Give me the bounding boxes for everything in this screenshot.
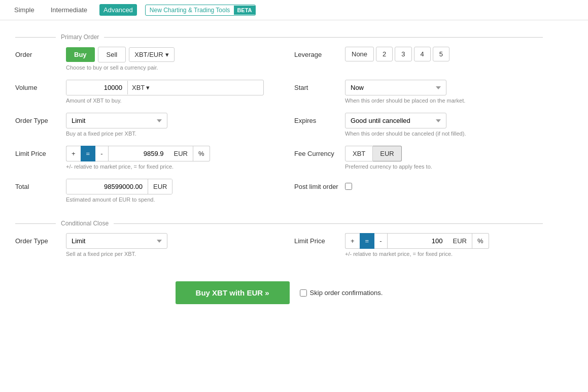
cc-limit-price-label: Limit Price [294, 233, 345, 245]
post-limit-label: Post limit order [294, 179, 345, 190]
order-type-hint: Buy at a fixed price per XBT. [66, 130, 264, 137]
limit-price-input[interactable] [108, 146, 169, 161]
new-tools-button[interactable]: New Charting & Trading Tools BETA [145, 5, 256, 16]
order-hint: Choose to buy or sell a currency pair. [66, 64, 264, 71]
order-type-row: Order Type Limit Market Stop Loss Take P… [15, 113, 264, 137]
cc-limit-price-row: Limit Price + = - EUR % +/- relative to … [294, 233, 543, 257]
post-limit-checkbox-group [345, 179, 543, 190]
leverage-label: Leverage [294, 47, 345, 58]
simple-tab[interactable]: Simple [10, 4, 39, 16]
skip-confirm-checkbox[interactable] [300, 289, 307, 297]
cc-order-type-hint: Sell at a fixed price per XBT. [66, 251, 264, 257]
submit-area: Buy XBT with EUR » Skip order confirmati… [15, 281, 543, 304]
total-input-group: EUR [66, 179, 172, 194]
fee-currency-group: XBT EUR [345, 146, 543, 161]
volume-input-group: XBT ▾ [66, 80, 264, 95]
limit-price-hint: +/- relative to market price, = for fixe… [66, 164, 264, 170]
cc-limit-price-controls-group: + = - EUR % +/- relative to market price… [345, 233, 543, 257]
currency-pair-value: XBT/EUR [134, 51, 163, 58]
limit-price-controls-group: + = - EUR % +/- relative to market price… [66, 146, 264, 170]
limit-price-group: + = - EUR % [66, 146, 264, 161]
submit-button[interactable]: Buy XBT with EUR » [176, 281, 290, 304]
cc-limit-price-percent-button[interactable]: % [472, 233, 489, 249]
start-controls-group: Now Scheduled When this order should be … [345, 80, 543, 104]
total-hint: Estimated amount of EUR to spend. [66, 197, 264, 203]
beta-badge: BETA [234, 6, 255, 15]
order-controls: Buy Sell XBT/EUR ▾ [66, 47, 264, 62]
fee-eur-button[interactable]: EUR [373, 146, 401, 161]
leverage-row: Leverage None 2 3 4 5 [294, 47, 543, 71]
cc-limit-price-input[interactable] [387, 233, 448, 249]
conditional-close-title: Conditional Close [56, 220, 114, 227]
expires-controls-group: Good until cancelled Good until date Whe… [345, 113, 543, 137]
fee-xbt-button[interactable]: XBT [345, 146, 373, 161]
post-limit-checkbox[interactable] [345, 183, 352, 190]
volume-unit-value: XBT [132, 84, 145, 91]
total-input[interactable] [66, 179, 148, 194]
expires-select[interactable]: Good until cancelled Good until date [345, 113, 446, 128]
primary-order-divider: Primary Order [15, 34, 543, 41]
new-tools-label: New Charting & Trading Tools [146, 5, 234, 15]
fee-currency-label: Fee Currency [294, 146, 345, 157]
sell-button[interactable]: Sell [98, 47, 126, 62]
cc-order-type-label: Order Type [15, 233, 66, 245]
buy-button[interactable]: Buy [66, 47, 95, 62]
limit-price-label: Limit Price [15, 146, 66, 157]
expires-hint: When this order should be canceled (if n… [345, 130, 543, 137]
total-currency: EUR [148, 179, 172, 194]
leverage-3-button[interactable]: 3 [395, 47, 411, 61]
skip-confirm-group: Skip order confirmations. [300, 289, 383, 297]
start-label: Start [294, 80, 345, 91]
cc-order-type-select[interactable]: Limit Market [66, 233, 167, 249]
cc-limit-price-currency: EUR [448, 233, 472, 249]
volume-label: Volume [15, 80, 66, 91]
post-limit-controls-group [345, 179, 543, 190]
start-hint: When this order should be placed on the … [345, 97, 543, 104]
leverage-5-button[interactable]: 5 [433, 47, 449, 61]
cc-limit-price-hint: +/- relative to market price, = for fixe… [345, 251, 543, 257]
expires-row: Expires Good until cancelled Good until … [294, 113, 543, 137]
volume-unit-chevron: ▾ [146, 84, 150, 91]
limit-price-minus-button[interactable]: - [95, 146, 108, 161]
volume-controls-group: XBT ▾ Amount of XBT to buy. [66, 80, 264, 104]
volume-unit-dropdown[interactable]: XBT ▾ [127, 81, 154, 94]
cc-order-type-controls-group: Limit Market Sell at a fixed price per X… [66, 233, 264, 257]
limit-price-plus-button[interactable]: + [66, 146, 81, 161]
intermediate-tab[interactable]: Intermediate [47, 4, 91, 16]
order-controls-group: Buy Sell XBT/EUR ▾ Choose to buy or sell… [66, 47, 264, 71]
limit-price-row: Limit Price + = - EUR % +/- relative to … [15, 146, 264, 170]
primary-order-title: Primary Order [56, 34, 104, 41]
conditional-close-grid: Order Type Limit Market Sell at a fixed … [15, 233, 543, 266]
limit-price-eq-button[interactable]: = [81, 146, 96, 161]
cc-limit-price-plus-button[interactable]: + [345, 233, 360, 249]
order-type-select[interactable]: Limit Market Stop Loss Take Profit [66, 113, 167, 128]
cc-limit-price-minus-button[interactable]: - [374, 233, 387, 249]
limit-price-percent-button[interactable]: % [193, 146, 210, 161]
start-select[interactable]: Now Scheduled [345, 80, 446, 95]
fee-hint: Preferred currency to apply fees to. [345, 164, 543, 170]
currency-pair-chevron: ▾ [165, 51, 169, 58]
volume-hint: Amount of XBT to buy. [66, 97, 264, 104]
skip-confirm-label: Skip order confirmations. [310, 289, 383, 297]
leverage-controls-group: None 2 3 4 5 [345, 47, 543, 61]
advanced-tab[interactable]: Advanced [99, 4, 137, 16]
conditional-close-divider: Conditional Close [15, 220, 543, 227]
leverage-4-button[interactable]: 4 [414, 47, 431, 61]
volume-input[interactable] [66, 80, 127, 95]
top-nav: Simple Intermediate Advanced New Chartin… [0, 0, 588, 20]
cc-limit-price-group: + = - EUR % [345, 233, 543, 249]
total-controls-group: EUR Estimated amount of EUR to spend. [66, 179, 264, 203]
main-content: Primary Order Order Buy Sell XBT/EUR ▾ C… [0, 20, 558, 319]
leverage-none-button[interactable]: None [345, 47, 374, 61]
expires-label: Expires [294, 113, 345, 124]
start-row: Start Now Scheduled When this order shou… [294, 80, 543, 104]
leverage-2-button[interactable]: 2 [376, 47, 393, 61]
currency-pair-dropdown[interactable]: XBT/EUR ▾ [129, 47, 174, 62]
volume-row: Volume XBT ▾ Amount of XBT to buy. [15, 80, 264, 104]
order-type-label: Order Type [15, 113, 66, 124]
fee-currency-controls-group: XBT EUR Preferred currency to apply fees… [345, 146, 543, 170]
post-limit-row: Post limit order [294, 179, 543, 203]
limit-price-currency: EUR [169, 146, 193, 161]
order-label: Order [15, 47, 66, 58]
cc-limit-price-eq-button[interactable]: = [360, 233, 375, 249]
